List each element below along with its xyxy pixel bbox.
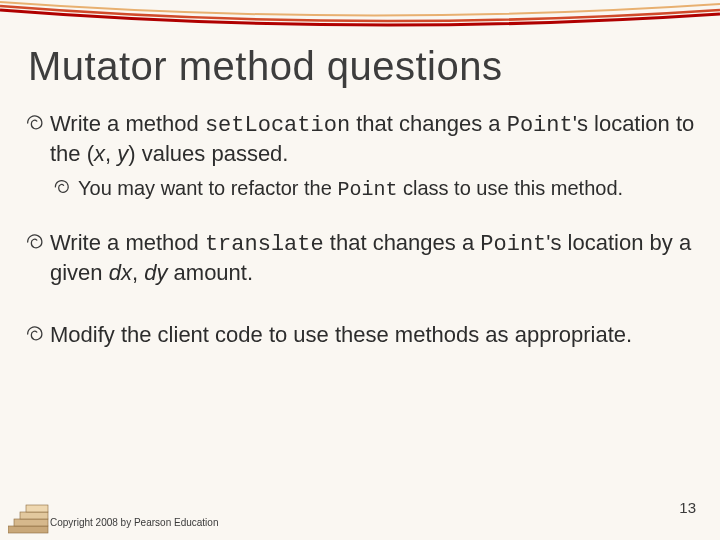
text: ) values passed. [128,141,288,166]
text: Write a method [50,111,205,136]
bullet-translate: Write a method translate that changes a … [24,229,696,287]
slide: Mutator method questions Write a method … [0,0,720,540]
subbullet-refactor: You may want to refactor the Point class… [52,176,696,203]
slide-body: Write a method setLocation that changes … [24,110,696,357]
code-setlocation: setLocation [205,113,350,138]
bullet-modify-client: Modify the client code to use these meth… [24,321,696,349]
bullet-swirl-icon [52,177,72,197]
text: You may want to refactor the [78,177,337,199]
spacer [24,203,696,229]
footer-copyright: Copyright 2008 by Pearson Education [50,517,218,528]
svg-rect-1 [14,519,48,526]
text: that changes a [350,111,507,136]
spacer [24,295,696,321]
var-x: x [94,141,105,166]
text: Modify the client code to use these meth… [50,322,632,347]
text: , [105,141,117,166]
steps-icon [8,500,50,534]
var-dy: dy [144,260,167,285]
bullet-swirl-icon [24,231,46,253]
code-point: Point [507,113,573,138]
var-dx: dx [109,260,132,285]
text: class to use this method. [397,177,623,199]
bullet-swirl-icon [24,112,46,134]
var-y: y [117,141,128,166]
svg-rect-0 [8,526,48,533]
code-translate: translate [205,232,324,257]
code-point: Point [480,232,546,257]
text: that changes a [324,230,481,255]
page-number: 13 [679,499,696,516]
text: , [132,260,144,285]
code-point: Point [337,178,397,201]
slide-title: Mutator method questions [28,44,502,89]
svg-rect-2 [20,512,48,519]
bullet-setlocation: Write a method setLocation that changes … [24,110,696,168]
text: Write a method [50,230,205,255]
text: amount. [167,260,253,285]
svg-rect-3 [26,505,48,512]
header-curves [0,0,720,32]
bullet-swirl-icon [24,323,46,345]
